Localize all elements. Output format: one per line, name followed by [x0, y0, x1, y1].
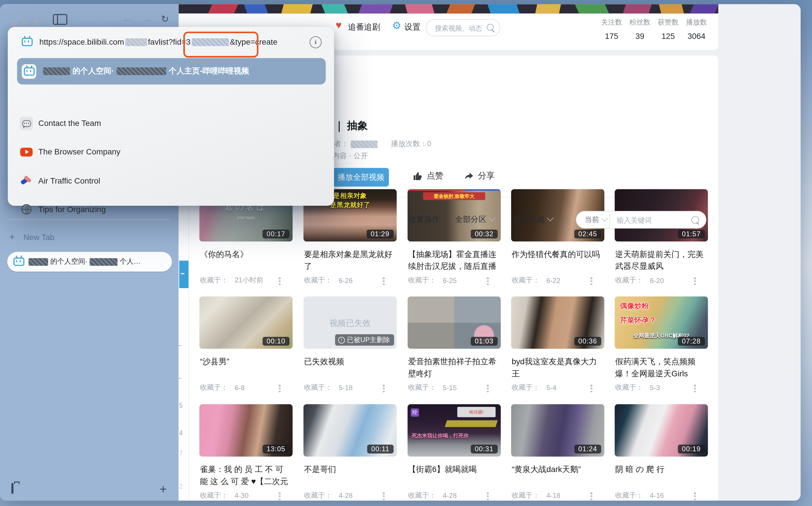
- active-folder-highlight[interactable]: [179, 261, 188, 288]
- url-command-palette: https://space.bilibili.comfavlist?fid=3&…: [8, 27, 334, 206]
- video-title[interactable]: 爱音拍素世拍祥子拍立希壁咚灯: [408, 356, 500, 380]
- video-thumbnail[interactable]: 00:10: [199, 297, 293, 349]
- reload-button[interactable]: ↻: [161, 13, 169, 25]
- video-card[interactable]: 00:36 byd我这室友是真像大力王 收藏于：5-4: [511, 297, 604, 399]
- sort-dropdown[interactable]: 最近收藏: [513, 215, 552, 225]
- video-title[interactable]: 阴 暗 の 爬 行: [615, 463, 707, 475]
- more-menu-icon[interactable]: [487, 384, 489, 394]
- more-menu-icon[interactable]: [279, 384, 281, 394]
- video-title[interactable]: 《你的马名》: [200, 248, 292, 260]
- video-thumbnail[interactable]: 偶像炒粉 芹菜怀孕？ 全网最逆天GBC解析02 07:28: [615, 297, 708, 349]
- duration-badge: 01:03: [471, 337, 498, 346]
- air-traffic-control-icon: [20, 174, 33, 188]
- traffic-light-close[interactable]: [11, 19, 19, 26]
- video-thumbnail[interactable]: 00:11: [303, 404, 397, 457]
- more-menu-icon[interactable]: [279, 276, 281, 286]
- more-menu-icon[interactable]: [590, 491, 592, 501]
- video-card[interactable]: 00:19 阴 暗 の 爬 行 收藏于：4-16: [615, 404, 708, 501]
- keyword-input[interactable]: [616, 214, 685, 227]
- more-menu-icon[interactable]: [694, 276, 696, 286]
- suggestion-browser-company[interactable]: The Browser Company: [17, 142, 326, 162]
- more-menu-icon[interactable]: [487, 491, 489, 501]
- add-tab-button[interactable]: +: [160, 482, 167, 497]
- video-thumbnail[interactable]: 00:36: [511, 297, 604, 349]
- video-thumbnail[interactable]: 01:03: [407, 297, 501, 349]
- more-menu-icon[interactable]: [487, 276, 489, 286]
- video-title[interactable]: 【抽象现场】霍金直播连续肘击汉尼拔，随后直播间被封: [408, 248, 500, 272]
- video-title[interactable]: 已失效视频: [304, 356, 396, 367]
- batch-actions-button[interactable]: 批量操作: [409, 215, 440, 225]
- traffic-light-minimize[interactable]: [22, 19, 29, 26]
- video-title[interactable]: 要是相亲对象是黑龙就好了: [304, 248, 396, 272]
- suggestion-air-traffic-control[interactable]: Air Traffic Control: [17, 171, 326, 191]
- more-menu-icon[interactable]: [383, 491, 385, 501]
- video-thumbnail[interactable]: 00:19: [615, 404, 708, 457]
- info-icon[interactable]: i: [310, 36, 321, 48]
- video-card[interactable]: 13:05 雀巢：我 的 员 工 不 可 能 这 么 可 爱 ♥【二次元爆改 收…: [199, 404, 293, 501]
- scope-dropdown[interactable]: 当前: [585, 215, 607, 224]
- video-thumbnail[interactable]: 01:24: [511, 404, 604, 457]
- video-title[interactable]: “黄泉大战dark天鹅”: [512, 463, 604, 475]
- stat-plays[interactable]: 播放数3064: [685, 18, 709, 41]
- saved-date: 收藏于：5-3: [615, 383, 707, 393]
- more-menu-icon[interactable]: [694, 491, 696, 501]
- folder-count: 4: [177, 429, 183, 437]
- space-search[interactable]: [426, 19, 500, 36]
- more-menu-icon[interactable]: [590, 384, 592, 394]
- video-card-invalid[interactable]: 视频已失效 !已被UP主删除 已失效视频 收藏于：5-18: [303, 297, 397, 399]
- sidebar-toggle-icon[interactable]: [53, 14, 67, 25]
- more-menu-icon[interactable]: [383, 384, 385, 394]
- more-menu-icon[interactable]: [590, 276, 592, 286]
- bilibili-icon: [13, 258, 24, 266]
- video-card[interactable]: 偶像炒粉 芹菜怀孕？ 全网最逆天GBC解析02 07:28 假药满天飞，笑点频频…: [615, 297, 708, 399]
- stat-following[interactable]: 关注数175: [600, 18, 624, 41]
- more-menu-icon[interactable]: [279, 491, 281, 501]
- url-text[interactable]: https://space.bilibili.comfavlist?fid=3&…: [39, 37, 278, 47]
- video-title[interactable]: 雀巢：我 的 员 工 不 可 能 这 么 可 爱 ♥【二次元爆改: [200, 463, 292, 487]
- space-search-input[interactable]: [434, 21, 485, 35]
- new-tab-button[interactable]: + New Tab: [9, 231, 170, 244]
- share-button[interactable]: 分享: [464, 171, 494, 181]
- more-menu-icon[interactable]: [694, 384, 696, 394]
- stat-followers[interactable]: 粉丝数39: [628, 18, 652, 41]
- settings-link[interactable]: 设置: [405, 22, 421, 33]
- stat-likes[interactable]: 获赞数125: [656, 18, 680, 41]
- url-bar[interactable]: https://space.bilibili.comfavlist?fid=3&…: [8, 27, 334, 57]
- play-all-button[interactable]: 播放全部视频: [333, 168, 389, 187]
- video-card[interactable]: 经 哈拉硕! 死杰米我让你喝，打死你 00:31 【街霸6】就喝就喝 收藏于：4…: [407, 404, 501, 501]
- video-title[interactable]: byd我这室友是真像大力王: [512, 356, 604, 380]
- suggestion-tips-organizing[interactable]: Tips for Organizing: [17, 199, 326, 220]
- suggestion-selected[interactable]: 的个人空间· 个人主页-哔哩哔哩视频: [17, 58, 326, 84]
- video-title[interactable]: 假药满天飞，笑点频频爆！全网最逆天Girls Band Cry解析: [615, 356, 707, 380]
- video-title[interactable]: 作为怪猎代餐真的可以吗: [512, 248, 604, 260]
- duration-badge: 01:24: [574, 445, 601, 453]
- video-card[interactable]: 霍金铁肘,致敬牢大 00:32 【抽象现场】霍金直播连续肘击汉尼拔，随后直播间被…: [407, 189, 501, 291]
- video-title[interactable]: 不是哥们: [304, 463, 396, 475]
- like-button[interactable]: 点赞: [413, 171, 443, 181]
- video-title[interactable]: 【街霸6】就喝就喝: [408, 463, 500, 475]
- video-thumbnail[interactable]: 13:05: [199, 404, 293, 457]
- library-button[interactable]: [11, 484, 13, 493]
- keyword-search[interactable]: 当前: [576, 211, 706, 229]
- follow-bangumi-link[interactable]: 追番追剧: [348, 22, 380, 33]
- video-card[interactable]: 01:24 “黄泉大战dark天鹅” 收藏于：4-18: [511, 404, 604, 501]
- thumb-caption: 哈拉硕!: [457, 407, 496, 417]
- video-card[interactable]: 01:03 爱音拍素世拍祥子拍立希壁咚灯 收藏于：5-15: [407, 297, 501, 399]
- thumb-caption: 芹菜怀孕？: [620, 316, 656, 325]
- video-thumbnail[interactable]: 经 哈拉硕! 死杰米我让你喝，打死你 00:31: [407, 404, 501, 457]
- video-card[interactable]: 02:45 作为怪猎代餐真的可以吗 收藏于：6-22: [511, 189, 604, 291]
- suggestion-contact-team[interactable]: Contact the Team: [17, 113, 326, 134]
- category-dropdown[interactable]: 全部分区: [455, 215, 495, 225]
- more-menu-icon[interactable]: [383, 276, 385, 286]
- tab-bilibili-space[interactable]: 的个人空间· 个人…: [7, 252, 172, 271]
- video-thumbnail[interactable]: 视频已失效 !已被UP主删除: [303, 297, 397, 349]
- video-title[interactable]: 逆天萌新提前关门，完美武器尽显威风: [615, 248, 707, 272]
- video-title[interactable]: “沙县男”: [200, 356, 292, 367]
- back-button[interactable]: ←: [122, 13, 132, 25]
- video-card[interactable]: 00:11 不是哥们 收藏于：4-28: [303, 404, 397, 501]
- video-card[interactable]: 01:57 逆天萌新提前关门，完美武器尽显威风 收藏于：6-20: [615, 189, 708, 291]
- traffic-light-zoom[interactable]: [32, 19, 40, 26]
- video-card[interactable]: 00:10 “沙县男” 收藏于：6-8: [199, 297, 293, 399]
- folder-count: 7: [177, 449, 183, 457]
- forward-button[interactable]: →: [143, 13, 153, 25]
